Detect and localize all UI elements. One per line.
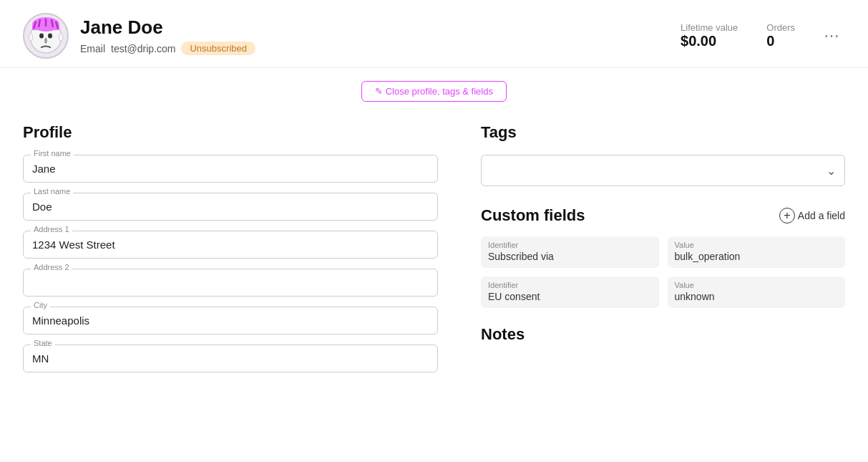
cf-identifier-2: Identifier EU consent [481,276,659,308]
add-field-button[interactable]: + Add a field [779,208,845,223]
svg-point-10 [29,34,33,41]
unsubscribed-badge: Unsubscribed [181,42,255,55]
city-field: City [23,307,438,335]
custom-field-row-1: Identifier Subscribed via Value bulk_ope… [481,236,845,268]
address2-field: Address 2 [23,269,438,297]
add-field-label: Add a field [798,210,845,221]
cf-value-1: Value bulk_operation [668,236,846,268]
orders-value: 0 [766,33,795,49]
first-name-input[interactable] [32,160,429,176]
cf-identifier-label-1: Identifier [488,241,652,249]
custom-fields-header: Custom fields + Add a field [481,206,845,225]
last-name-field: Last name [23,193,438,221]
user-email-row: Email test@drip.com Unsubscribed [80,42,669,55]
cf-identifier-value-1: Subscribed via [488,251,652,262]
cf-value-2: Value unknown [668,276,846,308]
address2-input[interactable] [32,274,429,290]
more-options-button[interactable]: ⋯ [818,24,845,48]
cf-identifier-1: Identifier Subscribed via [481,236,659,268]
cf-value-label-2: Value [675,281,839,289]
custom-field-row-2: Identifier EU consent Value unknown [481,276,845,308]
notes-title: Notes [481,325,845,344]
svg-point-11 [59,34,63,41]
last-name-label: Last name [31,187,73,196]
email-label: Email [80,43,105,54]
orders-label: Orders [766,22,795,33]
orders-stat: Orders 0 [766,22,795,49]
tags-title: Tags [481,123,845,142]
state-label: State [31,339,55,347]
svg-point-8 [39,34,44,39]
profile-title: Profile [23,123,438,142]
tags-dropdown[interactable]: ⌄ [481,155,845,186]
plus-icon: + [779,208,795,223]
state-field: State [23,345,438,372]
last-name-input[interactable] [32,198,429,214]
custom-fields-title: Custom fields [481,206,585,225]
top-header: Jane Doe Email test@drip.com Unsubscribe… [0,0,868,68]
address1-input[interactable] [32,236,429,252]
user-info: Jane Doe Email test@drip.com Unsubscribe… [80,16,669,55]
address1-label: Address 1 [31,225,72,234]
user-name: Jane Doe [80,16,669,39]
first-name-field: First name [23,155,438,183]
avatar [23,13,69,59]
city-input[interactable] [32,312,429,328]
email-value: test@drip.com [111,43,175,54]
cf-value-text-1: bulk_operation [675,251,839,262]
profile-section: Profile First name Last name Address 1 A… [23,123,438,382]
close-bar: ✎ Close profile, tags & fields [0,68,868,109]
city-label: City [31,301,50,309]
state-input[interactable] [32,350,429,366]
cf-value-label-1: Value [675,241,839,249]
first-name-label: First name [31,149,74,158]
lifetime-value-stat: Lifetime value $0.00 [681,22,738,49]
cf-identifier-label-2: Identifier [488,281,652,289]
cf-value-text-2: unknown [675,291,839,302]
close-profile-button[interactable]: ✎ Close profile, tags & fields [361,81,507,102]
lifetime-value-label: Lifetime value [681,22,738,33]
lifetime-value: $0.00 [681,33,738,49]
svg-point-9 [48,34,52,39]
address1-field: Address 1 [23,231,438,259]
chevron-down-icon: ⌄ [826,164,836,178]
header-stats: Lifetime value $0.00 Orders 0 [681,22,795,49]
main-content: Profile First name Last name Address 1 A… [0,109,868,382]
right-column: Tags ⌄ Custom fields + Add a field Ident… [481,123,845,382]
address2-label: Address 2 [31,263,72,271]
cf-identifier-value-2: EU consent [488,291,652,302]
